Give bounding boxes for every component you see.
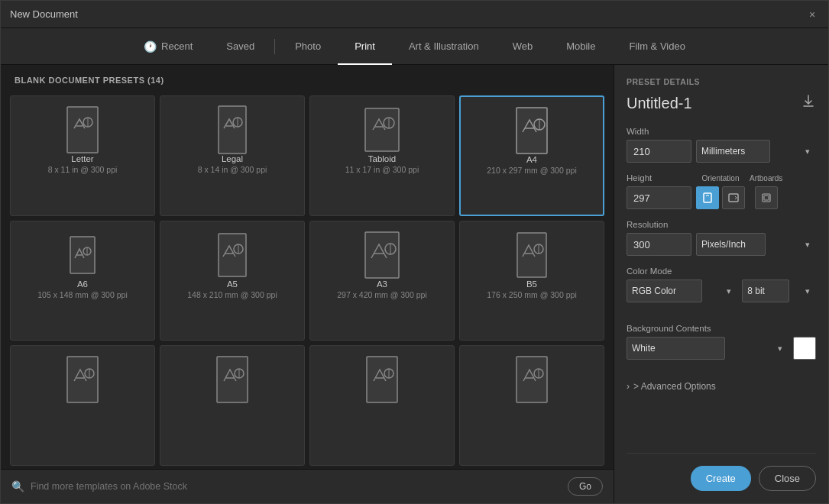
height-input[interactable] <box>627 186 691 209</box>
color-mode-field-row: Color Mode RGB Color CMYK Color Grayscal… <box>627 267 816 313</box>
recent-icon: 🕐 <box>144 40 157 53</box>
search-bar: 🔍 Go <box>1 469 614 503</box>
tab-film[interactable]: Film & Video <box>612 28 701 65</box>
dialog-title: New Document <box>10 8 78 20</box>
width-input-group: Millimeters Pixels Inches Centimeters <box>627 140 816 163</box>
width-input[interactable] <box>627 140 691 163</box>
resolution-input-group: Pixels/Inch Pixels/Cm <box>627 233 816 256</box>
bit-depth-wrapper: 8 bit 16 bit 32 bit <box>742 279 816 302</box>
color-mode-label: Color Mode <box>627 267 816 276</box>
height-label: Height <box>627 173 691 183</box>
portrait-button[interactable] <box>696 186 719 209</box>
preset-p1-icon <box>63 355 102 404</box>
resolution-field-row: Resolution Pixels/Inch Pixels/Cm <box>627 220 816 256</box>
tab-print[interactable]: Print <box>338 28 392 65</box>
preset-p2[interactable] <box>160 345 305 466</box>
bg-contents-select[interactable]: White Black Transparent Background Color… <box>627 337 725 360</box>
svg-rect-0 <box>67 107 98 153</box>
orientation-group: Orientation <box>696 174 745 209</box>
artboards-label: Artboards <box>750 174 782 183</box>
preset-a6-name: A6 <box>77 279 88 289</box>
preset-legal-icon <box>212 105 252 154</box>
width-label: Width <box>627 127 816 136</box>
svg-rect-18 <box>217 357 248 402</box>
preset-a5-dims: 148 x 210 mm @ 300 ppi <box>187 290 277 299</box>
doc-title-row: Untitled-1 <box>627 94 816 113</box>
svg-rect-16 <box>67 357 98 402</box>
preset-a3[interactable]: A3 297 x 420 mm @ 300 ppi <box>309 221 455 341</box>
preset-a5[interactable]: A5 148 x 210 mm @ 300 ppi <box>160 221 305 341</box>
preset-tabloid[interactable]: Tabloid 11 x 17 in @ 300 ppi <box>309 95 455 216</box>
preset-a6-dims: 105 x 148 mm @ 300 ppi <box>37 290 127 299</box>
tab-mobile[interactable]: Mobile <box>549 28 612 65</box>
bg-contents-wrapper: White Black Transparent Background Color… <box>627 337 789 360</box>
go-button[interactable]: Go <box>568 477 603 496</box>
artboards-group: Artboards <box>750 174 782 209</box>
preset-b5-icon <box>512 231 552 279</box>
create-button[interactable]: Create <box>691 466 751 491</box>
search-input[interactable] <box>31 481 562 492</box>
resolution-unit-select[interactable]: Pixels/Inch Pixels/Cm <box>696 233 766 256</box>
tab-art[interactable]: Art & Illustration <box>392 28 496 65</box>
tab-web[interactable]: Web <box>496 28 550 65</box>
right-panel: PRESET DETAILS Untitled-1 Width <box>614 65 828 503</box>
tab-photo[interactable]: Photo <box>278 28 338 65</box>
height-field-group: Height <box>627 173 691 209</box>
preset-a4-name: A4 <box>526 155 537 164</box>
preset-p1[interactable] <box>10 345 155 466</box>
bottom-buttons: Create Close <box>627 453 816 503</box>
color-mode-select[interactable]: RGB Color CMYK Color Grayscale Lab Color… <box>627 279 702 302</box>
orientation-label: Orientation <box>702 174 740 183</box>
chevron-right-icon: › <box>627 381 630 392</box>
color-mode-wrapper: RGB Color CMYK Color Grayscale Lab Color… <box>627 279 737 302</box>
tab-saved[interactable]: Saved <box>209 28 271 65</box>
preset-a4-dims: 210 x 297 mm @ 300 ppi <box>487 166 576 175</box>
save-preset-icon[interactable] <box>801 94 816 113</box>
preset-a6[interactable]: A6 105 x 148 mm @ 300 ppi <box>10 221 155 341</box>
preset-a5-name: A5 <box>227 279 238 289</box>
preset-tabloid-name: Tabloid <box>368 154 396 163</box>
color-mode-row: RGB Color CMYK Color Grayscale Lab Color… <box>627 279 816 302</box>
bit-depth-select[interactable]: 8 bit 16 bit 32 bit <box>742 279 789 302</box>
bg-color-swatch[interactable] <box>793 337 816 360</box>
preset-legal[interactable]: Legal 8 x 14 in @ 300 ppi <box>160 95 305 216</box>
svg-rect-2 <box>219 106 246 153</box>
preset-a4[interactable]: A4 210 x 297 mm @ 300 ppi <box>459 95 604 216</box>
svg-rect-6 <box>517 108 547 153</box>
landscape-button[interactable] <box>722 186 745 209</box>
search-icon: 🔍 <box>11 480 24 493</box>
left-panel: BLANK DOCUMENT PRESETS (14) Letter 8 x 1… <box>1 65 614 503</box>
width-unit-select[interactable]: Millimeters Pixels Inches Centimeters <box>696 140 770 163</box>
doc-title: Untitled-1 <box>627 95 692 112</box>
preset-letter-dims: 8 x 11 in @ 300 ppi <box>48 165 118 174</box>
preset-a6-icon <box>63 231 102 279</box>
preset-p4[interactable] <box>459 345 604 466</box>
svg-rect-4 <box>365 108 399 151</box>
preset-a3-icon <box>362 231 402 279</box>
resolution-unit-wrapper: Pixels/Inch Pixels/Cm <box>696 233 816 256</box>
preset-letter-icon <box>63 105 102 154</box>
preset-a3-name: A3 <box>377 279 387 289</box>
preset-p4-icon <box>512 355 552 404</box>
resolution-input[interactable] <box>627 233 691 256</box>
close-button[interactable]: Close <box>759 466 816 491</box>
dialog-close-button[interactable]: × <box>805 8 819 21</box>
advanced-options-toggle[interactable]: › > Advanced Options <box>627 381 816 392</box>
resolution-label: Resolution <box>627 220 816 229</box>
preset-a4-icon <box>512 106 552 155</box>
orientation-buttons <box>696 186 745 209</box>
svg-rect-20 <box>367 357 397 402</box>
tabs-bar: 🕐 Recent Saved Photo Print Art & Illustr… <box>1 28 828 65</box>
preset-a5-icon <box>212 231 252 279</box>
preset-letter[interactable]: Letter 8 x 11 in @ 300 ppi <box>10 95 155 216</box>
artboards-button[interactable] <box>755 186 778 209</box>
preset-tabloid-dims: 11 x 17 in @ 300 ppi <box>345 165 419 174</box>
preset-b5[interactable]: B5 176 x 250 mm @ 300 ppi <box>459 221 604 341</box>
preset-a3-dims: 297 x 420 mm @ 300 ppi <box>337 290 426 299</box>
tab-recent[interactable]: 🕐 Recent <box>127 28 209 65</box>
bg-contents-row: White Black Transparent Background Color… <box>627 337 816 360</box>
preset-b5-dims: 176 x 250 mm @ 300 ppi <box>487 290 576 299</box>
preset-p3-icon <box>362 355 402 404</box>
preset-p3[interactable] <box>309 345 455 466</box>
bg-contents-label: Background Contents <box>627 324 816 333</box>
